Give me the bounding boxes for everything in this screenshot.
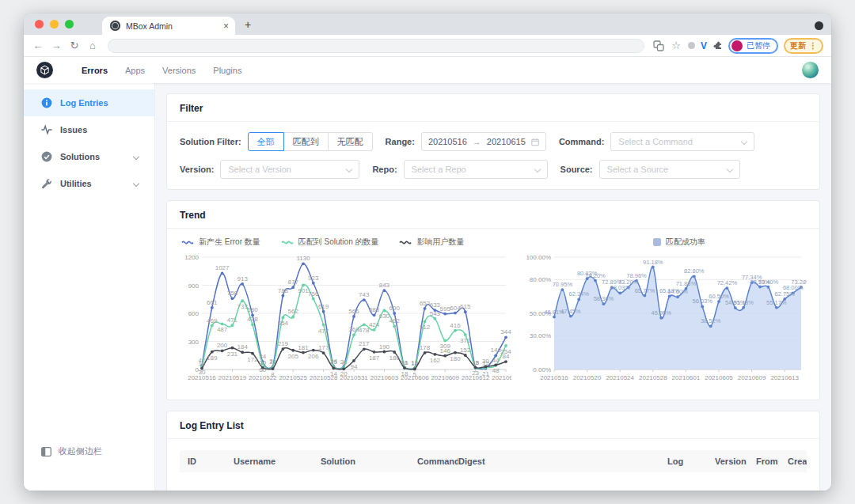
svg-text:18: 18 (401, 370, 408, 377)
chevron-down-icon (534, 166, 540, 172)
svg-text:177: 177 (318, 344, 329, 351)
chart-legends: 新产生 Error 数量 匹配到 Solution 的数量 影响用户数量 (181, 237, 807, 248)
svg-text:48: 48 (492, 367, 500, 374)
svg-text:100.00%: 100.00% (526, 254, 551, 261)
svg-text:758: 758 (227, 290, 238, 297)
profile-avatar (732, 40, 743, 51)
radio-option-matched[interactable]: 匹配到 (283, 132, 329, 151)
column-digest: Digest (458, 457, 667, 466)
legend-solutions[interactable]: 匹配到 Solution 的数量 (281, 237, 379, 248)
svg-text:20210525: 20210525 (279, 374, 307, 381)
svg-text:91.18%: 91.18% (643, 259, 663, 266)
minimize-window-button[interactable] (50, 20, 59, 28)
svg-text:30.00%: 30.00% (530, 332, 551, 339)
profile-chip[interactable]: 已暂停 (728, 38, 778, 54)
collapse-sidebar-label: 收起侧边栏 (59, 445, 102, 457)
svg-text:62.34%: 62.34% (568, 290, 589, 297)
tab-strip-menu-dot[interactable] (815, 21, 823, 30)
svg-text:512: 512 (420, 324, 431, 331)
chevron-down-icon (133, 180, 139, 187)
svg-text:20: 20 (259, 359, 266, 366)
radio-option-all[interactable]: 全部 (248, 132, 284, 151)
new-tab-button[interactable]: + (245, 17, 251, 32)
profile-status-label: 已暂停 (747, 40, 770, 51)
version-select[interactable]: Select a Version (220, 160, 359, 179)
kebab-menu-icon[interactable]: ⋮ (809, 41, 817, 50)
maximize-window-button[interactable] (65, 20, 74, 28)
desktop-background: MBox Admin × + ← → ↻ ⌂ ☆ V 已暂停 更新 ⋮ (0, 0, 855, 504)
svg-text:543: 543 (430, 310, 441, 317)
trend-title: Trend (180, 210, 206, 221)
back-icon[interactable]: ← (32, 40, 44, 51)
area-legend-icon (653, 238, 661, 246)
source-select[interactable]: Select a Source (599, 160, 740, 179)
svg-text:416: 416 (450, 322, 461, 329)
column-version: Version (715, 457, 756, 466)
svg-text:12: 12 (199, 360, 206, 367)
legend-match-rate[interactable]: 匹配成功率 (653, 237, 705, 248)
column-from: From (756, 457, 788, 466)
close-window-button[interactable] (35, 20, 44, 28)
translate-icon[interactable] (653, 40, 664, 51)
collapse-sidebar-icon (41, 447, 51, 457)
nav-item-plugins[interactable]: Plugins (213, 66, 241, 75)
source-label: Source: (560, 165, 593, 174)
svg-text:843: 843 (379, 282, 390, 289)
command-select[interactable]: Select a Command (610, 132, 754, 151)
address-bar[interactable] (108, 39, 644, 53)
app-navbar: Errors Apps Versions Plugins (24, 57, 831, 83)
sidebar-item-utilities[interactable]: Utilities (24, 170, 154, 197)
range-arrow-icon: → (473, 137, 481, 146)
browser-tab[interactable]: MBox Admin × (102, 17, 235, 35)
svg-text:20210613: 20210613 (770, 374, 799, 381)
extension-v-icon[interactable]: V (701, 40, 707, 51)
svg-text:180: 180 (450, 355, 461, 362)
repo-select[interactable]: Select a Repo (404, 160, 548, 179)
date-range-picker[interactable]: 20210516 → 20210615 (421, 132, 546, 151)
forward-icon[interactable]: → (50, 40, 63, 51)
extension-dot-icon[interactable] (688, 42, 695, 49)
sidebar-item-log-entries[interactable]: Log Entries (24, 89, 154, 116)
svg-text:652: 652 (420, 300, 431, 307)
line-legend-icon (399, 239, 412, 246)
svg-text:80.00%: 80.00% (530, 276, 551, 283)
sidebar-item-solutions[interactable]: Solutions (24, 143, 154, 170)
legend-errors[interactable]: 新产生 Error 数量 (181, 237, 260, 248)
home-icon[interactable]: ⌂ (86, 40, 99, 51)
svg-text:477: 477 (318, 328, 329, 335)
content-area: Log Entries Issues Solutions Utilities 收… (24, 83, 831, 491)
svg-text:615: 615 (460, 303, 471, 310)
nav-item-versions[interactable]: Versions (162, 66, 196, 75)
nav-item-apps[interactable]: Apps (125, 66, 145, 75)
repo-label: Repo: (372, 165, 397, 174)
svg-text:14: 14 (330, 370, 337, 377)
svg-text:20210528: 20210528 (639, 374, 667, 381)
radio-option-unmatched[interactable]: 无匹配 (328, 132, 373, 151)
bookmark-star-icon[interactable]: ☆ (670, 40, 682, 51)
svg-text:73.40%: 73.40% (758, 279, 779, 286)
reload-icon[interactable]: ↻ (68, 40, 81, 51)
svg-text:190: 190 (379, 343, 390, 351)
collapse-sidebar-button[interactable]: 收起侧边栏 (41, 445, 102, 457)
svg-text:900: 900 (188, 282, 200, 290)
nav-item-errors[interactable]: Errors (82, 66, 108, 75)
svg-text:146: 146 (440, 347, 451, 354)
tab-close-icon[interactable]: × (223, 21, 229, 32)
column-created-at: Created At (788, 457, 807, 466)
svg-text:923: 923 (308, 275, 319, 282)
tab-title: MBox Admin (126, 21, 218, 31)
legend-users[interactable]: 影响用户数量 (399, 237, 464, 248)
svg-text:219: 219 (278, 340, 289, 347)
svg-text:152: 152 (460, 347, 471, 354)
extensions-puzzle-icon[interactable] (712, 40, 723, 51)
mbox-logo[interactable] (36, 62, 53, 78)
svg-text:84: 84 (503, 353, 510, 360)
pulse-icon (41, 124, 52, 135)
user-avatar[interactable] (802, 62, 819, 78)
svg-text:71.86%: 71.86% (676, 280, 697, 287)
sidebar-item-issues[interactable]: Issues (24, 116, 154, 143)
svg-text:47.45%: 47.45% (560, 308, 581, 315)
svg-text:73.28%: 73.28% (791, 279, 807, 286)
update-button[interactable]: 更新 ⋮ (784, 38, 823, 54)
mbox-favicon (110, 21, 120, 31)
